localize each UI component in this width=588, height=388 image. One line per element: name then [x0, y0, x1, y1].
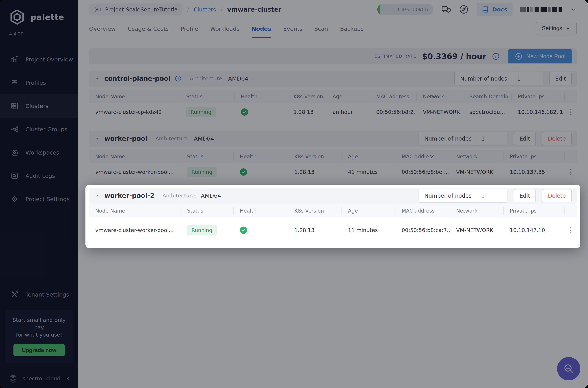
- breadcrumb-clusters-link[interactable]: Clusters: [194, 6, 216, 13]
- tab-scan[interactable]: Scan: [314, 25, 328, 38]
- sidebar-item-tenant-settings[interactable]: Tenant Settings: [0, 283, 78, 306]
- health-check-icon: [240, 227, 247, 234]
- magnifier-smile-icon: [563, 363, 575, 375]
- collapse-sidebar-icon[interactable]: [65, 375, 71, 382]
- sidebar-item-profiles[interactable]: Profiles: [0, 71, 78, 94]
- status-badge: Running: [187, 167, 217, 177]
- number-of-nodes-group: Number of nodes: [419, 189, 507, 203]
- chat-icon[interactable]: [441, 4, 451, 15]
- docs-button[interactable]: Docs: [476, 3, 513, 16]
- architecture-value: AMD64: [228, 75, 248, 82]
- sidebar-item-label: Clusters: [25, 103, 48, 109]
- promo-line-2: for what you use!: [16, 332, 62, 338]
- usage-meter[interactable]: 1.49/100kCh: [377, 4, 433, 15]
- status-badge: Running: [187, 225, 217, 236]
- compass-icon[interactable]: [459, 4, 469, 15]
- app-version: 4.4.20: [0, 31, 78, 37]
- number-of-nodes-label: Number of nodes: [455, 72, 513, 85]
- network-cell: VM-NETWORK: [450, 169, 504, 175]
- pool-controls: Number of nodes Edit Delete: [419, 132, 572, 146]
- brand-name: palette: [30, 13, 64, 22]
- number-of-nodes-input[interactable]: [513, 72, 543, 85]
- column-header-actions: [565, 152, 577, 161]
- column-header: Node Name: [89, 207, 181, 215]
- number-of-nodes-label: Number of nodes: [419, 132, 477, 145]
- number-of-nodes-input[interactable]: [477, 189, 507, 202]
- usage-value: 1.49/100kCh: [397, 7, 428, 12]
- column-header: Age: [326, 93, 370, 100]
- tools-icon: [10, 290, 19, 299]
- info-icon[interactable]: [492, 52, 500, 60]
- new-node-pool-button[interactable]: New Node Pool: [508, 49, 572, 63]
- table-header: Node Name Status Health K8s Version Age …: [89, 150, 577, 163]
- promo-line-1: Start small and only pay: [13, 317, 66, 331]
- number-of-nodes-input[interactable]: [477, 132, 507, 145]
- column-header: Health: [234, 152, 288, 161]
- column-header: Network: [417, 93, 463, 100]
- column-header: MAC address: [396, 152, 450, 161]
- chevron-down-icon[interactable]: [94, 135, 100, 142]
- plus-circle-icon: [515, 52, 523, 60]
- architecture-label: Architecture:: [190, 75, 224, 82]
- edit-button[interactable]: Edit: [514, 132, 536, 145]
- architecture-value: AMD64: [201, 192, 221, 199]
- tab-profile[interactable]: Profile: [181, 25, 198, 38]
- brand-logo: palette: [0, 0, 78, 26]
- column-header: MAC address: [370, 93, 417, 100]
- column-header: Age: [342, 152, 396, 161]
- column-header: K8s Version: [287, 93, 326, 100]
- tab-nodes[interactable]: Nodes: [252, 25, 271, 38]
- chevron-down-icon[interactable]: [94, 193, 100, 199]
- architecture-label: Architecture:: [155, 135, 189, 142]
- private-ips-cell: 10.10.146.182, 1...: [512, 109, 565, 115]
- help-search-fab[interactable]: [557, 357, 580, 380]
- delete-button[interactable]: Delete: [542, 132, 572, 145]
- number-of-nodes-group: Number of nodes: [419, 132, 507, 146]
- main-area: Project-ScaleSecureTutoria / Clusters / …: [78, 0, 588, 388]
- info-icon[interactable]: [175, 75, 182, 82]
- health-cell: [234, 227, 288, 234]
- delete-button[interactable]: Delete: [542, 189, 572, 202]
- k8s-version-cell: 1.28.13: [288, 169, 342, 175]
- chevron-down-icon[interactable]: [570, 6, 577, 13]
- column-header: Search Domain: [463, 93, 512, 100]
- row-menu-icon[interactable]: [569, 226, 573, 235]
- project-selector[interactable]: Project-ScaleSecureTutoria: [89, 3, 182, 15]
- age-cell: 41 minutes: [342, 169, 396, 175]
- tab-overview[interactable]: Overview: [89, 25, 116, 38]
- sidebar-item-workspaces[interactable]: Workspaces: [0, 141, 78, 164]
- sidebar-item-project-settings[interactable]: ⚙ Project Settings: [0, 188, 78, 211]
- column-header: Age: [342, 207, 396, 215]
- tab-usage-costs[interactable]: Usage & Costs: [128, 25, 169, 38]
- pool-header: worker-pool-2 Architecture: AMD64 Number…: [89, 188, 577, 204]
- settings-button[interactable]: Settings: [536, 22, 577, 35]
- spectro-cloud-logo-icon: [7, 373, 19, 384]
- palette-logo-icon: [8, 8, 26, 26]
- tab-workloads[interactable]: Workloads: [210, 25, 239, 38]
- column-header: Status: [180, 93, 235, 100]
- upgrade-now-button[interactable]: Upgrade now: [13, 344, 65, 356]
- topbar: Project-ScaleSecureTutoria / Clusters / …: [78, 0, 588, 19]
- sidebar-item-cluster-groups[interactable]: Cluster Groups: [0, 118, 78, 141]
- sidebar-item-label: Project Settings: [25, 196, 70, 202]
- docs-label: Docs: [492, 6, 507, 13]
- pool-name: worker-pool-2: [104, 192, 155, 199]
- redacted-user-label[interactable]: [520, 7, 562, 12]
- table-row: vmware-cluster-cp-kdz42 Running 1.28.13 …: [89, 103, 577, 121]
- network-cell: VM-NETWORK: [417, 109, 463, 115]
- tab-backups[interactable]: Backups: [340, 25, 364, 38]
- tab-events[interactable]: Events: [283, 25, 302, 38]
- edit-button[interactable]: Edit: [549, 72, 572, 85]
- node-pool-section-control-plane: control-plane-pool Architecture: AMD64 N…: [89, 71, 577, 121]
- sidebar-item-audit-logs[interactable]: Audit Logs: [0, 164, 78, 188]
- chevron-down-icon[interactable]: [94, 75, 100, 82]
- row-menu-icon[interactable]: [569, 168, 573, 177]
- pool-header: control-plane-pool Architecture: AMD64 N…: [89, 71, 577, 87]
- edit-button[interactable]: Edit: [514, 189, 536, 202]
- sidebar-item-project-overview[interactable]: Project Overview: [0, 48, 78, 71]
- status-cell: Running: [181, 167, 234, 177]
- row-menu-icon[interactable]: [569, 107, 573, 117]
- pool-header: worker-pool Architecture: AMD64 Number o…: [89, 131, 577, 146]
- sidebar-item-clusters[interactable]: Clusters: [0, 94, 78, 118]
- pool-name: worker-pool: [104, 135, 147, 142]
